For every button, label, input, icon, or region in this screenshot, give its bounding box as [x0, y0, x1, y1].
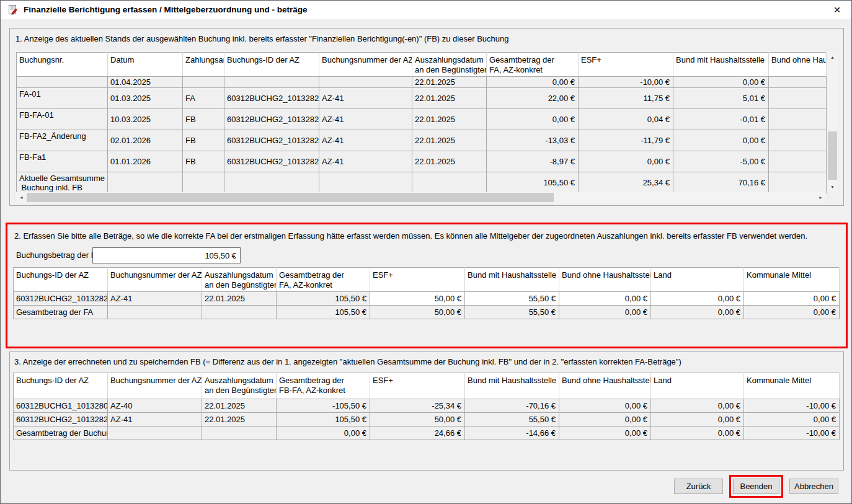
table-cell: 01.03.2025 — [108, 88, 183, 109]
column-header: Datum — [108, 53, 183, 77]
section-2-correct-fa-entry: 2. Erfassen Sie bitte alle Beträge, so w… — [6, 223, 848, 348]
table-cell: FB-FA2_Änderung — [17, 130, 108, 151]
header-row: Buchungsnr.DatumZahlungsartBuchungs-ID d… — [17, 53, 827, 77]
table-cell: 55,50 € — [465, 413, 559, 427]
table-row: FB-FA-0110.03.2025FB60312BUCHG2_10132827… — [17, 109, 827, 130]
table-cell: 22.01.2025 — [412, 130, 487, 151]
bookings-overview-table: Buchungsnr.DatumZahlungsartBuchungs-ID d… — [16, 52, 827, 193]
table-cell: 0,00 € — [744, 306, 840, 319]
table-cell: 22,00 € — [487, 88, 579, 109]
table-cell: 50,00 € — [370, 306, 465, 319]
column-header: Bund mit Haushaltsstelle — [465, 268, 559, 292]
table-cell: 0,00 € — [277, 427, 370, 440]
vertical-scrollbar[interactable]: ▲ ▼ — [827, 52, 838, 192]
table-cell: 0,00 € — [673, 77, 769, 88]
table-cell: 0,00 € — [487, 77, 579, 88]
column-header: Buchungs-ID der AZ — [14, 268, 108, 292]
column-header: Auszahlungsdatum an den Begünstigten — [202, 268, 277, 292]
table-cell: 0,00 € — [651, 427, 744, 440]
window-title: Finanzielle Berichtigung erfassen / Mitt… — [24, 5, 308, 14]
window-icon — [8, 5, 18, 15]
table-cell: AZ-41 — [319, 109, 412, 130]
table-row: 01.04.202522.01.20250,00 €-10,00 €0,00 € — [17, 77, 827, 88]
table-cell: 55,50 € — [465, 306, 559, 319]
table-cell: 0,00 € — [651, 413, 744, 427]
column-header: Land — [651, 373, 744, 399]
table-cell: 0,00 € — [559, 413, 651, 427]
table-row: Gesamtbetrag der FA105,50 €50,00 €55,50 … — [14, 306, 840, 319]
table-cell — [769, 172, 827, 193]
table-cell: 01.01.2026 — [108, 151, 183, 172]
column-header: ESF+ — [579, 53, 673, 77]
section-1-heading: 1. Anzeige des aktuellen Stands der ausg… — [16, 34, 508, 43]
table-cell — [769, 77, 827, 88]
table-cell[interactable]: 0,00 € — [651, 292, 744, 306]
table-cell: -8,97 € — [487, 151, 579, 172]
highlight-finish-button: Beenden — [733, 479, 779, 494]
column-header: Gesamtbetrag der FA, AZ-konkret — [277, 268, 370, 292]
horizontal-scrollbar[interactable]: ◄ ► — [16, 192, 826, 203]
table-cell: 70,16 € — [673, 172, 769, 193]
table-cell[interactable]: 0,00 € — [559, 292, 651, 306]
scroll-down-icon[interactable]: ▼ — [827, 182, 838, 192]
table-cell: Gesamtbetrag der FA — [14, 306, 108, 319]
calculated-fb-table: Buchungs-ID der AZBuchungsnummer der AZA… — [13, 373, 840, 440]
booking-amount-input[interactable] — [92, 247, 241, 263]
scroll-right-icon[interactable]: ► — [815, 192, 826, 203]
table-row: FA-0101.03.2025FA60312BUCHG2_10132827AZ-… — [17, 88, 827, 109]
table-cell: 0,00 € — [744, 413, 840, 427]
vertical-scrollbar-thumb[interactable] — [828, 131, 837, 180]
column-header: Kommunale Mittel — [744, 373, 840, 399]
scroll-left-icon[interactable]: ◄ — [16, 192, 27, 203]
table-cell — [17, 77, 108, 88]
table-cell: -10,00 € — [579, 77, 673, 88]
finish-button[interactable]: Beenden — [733, 479, 779, 494]
column-header: Buchungsnummer der AZ — [319, 53, 412, 77]
table-cell: AZ-41 — [319, 88, 412, 109]
table-cell: 105,50 € — [277, 292, 370, 306]
table-cell: -10,00 € — [744, 427, 840, 440]
table-cell: Aktuelle Gesamtsumme der Buchung inkl. F… — [17, 172, 108, 193]
table-cell: FA — [183, 88, 224, 109]
table-cell — [224, 77, 319, 88]
table-cell[interactable]: 0,00 € — [744, 292, 840, 306]
table-cell: -10,00 € — [744, 399, 840, 413]
table-cell: -70,16 € — [465, 399, 559, 413]
table-cell: 60312BUCHG2_10132827 — [224, 130, 319, 151]
column-header: Bund ohne Haushaltsstelle — [559, 268, 651, 292]
button-row: Zurück Beenden Abbrechen — [674, 479, 838, 494]
table-cell: 0,00 € — [487, 109, 579, 130]
table-cell: FB-FA-01 — [17, 109, 108, 130]
table-cell — [319, 77, 412, 88]
cancel-button[interactable]: Abbrechen — [789, 479, 838, 494]
table-cell: FA-01 — [17, 88, 108, 109]
table-cell: 105,50 € — [487, 172, 579, 193]
header-row: Buchungs-ID der AZBuchungsnummer der AZA… — [14, 268, 840, 292]
table-cell: 60312BUCHG2_10132827 — [224, 151, 319, 172]
title-bar: Finanzielle Berichtigung erfassen / Mitt… — [1, 1, 851, 19]
column-header: ESF+ — [370, 268, 465, 292]
horizontal-scrollbar-thumb[interactable] — [27, 193, 554, 202]
table-cell: 22.01.2025 — [202, 399, 277, 413]
scroll-up-icon[interactable]: ▲ — [827, 52, 838, 63]
close-icon[interactable]: ✕ — [823, 1, 851, 19]
table-cell — [412, 172, 487, 193]
back-button[interactable]: Zurück — [674, 479, 723, 494]
table-cell: FB-Fa1 — [17, 151, 108, 172]
section-3-calculated-fb: 3. Anzeige der errechneten und zu speich… — [9, 351, 844, 471]
correct-fa-table: Buchungs-ID der AZBuchungsnummer der AZA… — [13, 267, 840, 319]
table-cell: FB — [183, 151, 224, 172]
table-cell — [202, 306, 277, 319]
table-cell: FB — [183, 109, 224, 130]
table-cell: AZ-41 — [108, 413, 202, 427]
booking-amount-label: Buchungsbetrag der FA — [16, 250, 101, 260]
table-cell[interactable]: 50,00 € — [370, 292, 465, 306]
table-cell: 22.01.2025 — [412, 151, 487, 172]
table-cell: -13,03 € — [487, 130, 579, 151]
table-cell: -105,50 € — [277, 399, 370, 413]
table-row: Gesamtbetrag der Buchung0,00 €24,66 €-14… — [14, 427, 840, 440]
column-header: Auszahlungsdatum an den Begünstigten — [202, 373, 277, 399]
table-cell: 0,00 € — [559, 399, 651, 413]
column-header: ESF+ — [370, 373, 465, 399]
table-cell[interactable]: 55,50 € — [465, 292, 559, 306]
